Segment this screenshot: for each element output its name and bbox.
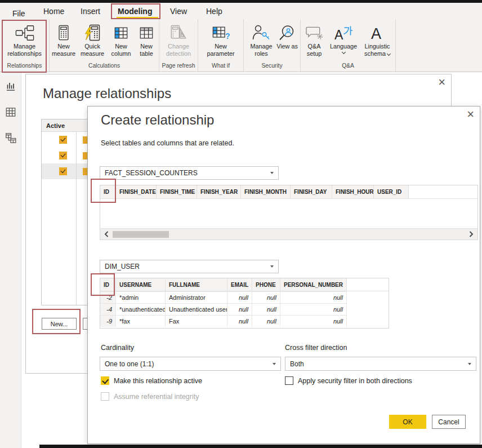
ribbon: Manage relationships Relationships New m… bbox=[0, 19, 482, 72]
menu-tab-insert[interactable]: Insert bbox=[81, 7, 100, 16]
svg-text:A: A bbox=[371, 25, 381, 41]
table-cell: null bbox=[252, 315, 280, 327]
column-divider bbox=[76, 132, 77, 305]
active-checkbox[interactable] bbox=[59, 167, 67, 175]
checkbox-unchecked-icon[interactable] bbox=[285, 376, 293, 385]
svg-text:A: A bbox=[334, 28, 343, 41]
create-relationship-dialog: Create relationship × Select tables and … bbox=[87, 106, 480, 444]
table1-empty-body bbox=[100, 199, 477, 228]
table2-preview: ID USERNAME FULLNAME EMAIL PHONE PERSONA… bbox=[100, 278, 389, 329]
table2-select[interactable]: DIM_USER bbox=[100, 260, 279, 273]
dropdown-caret-icon bbox=[468, 363, 471, 365]
column-header[interactable]: FINISH_HOUR bbox=[332, 185, 374, 199]
language-button[interactable]: A Language bbox=[327, 22, 360, 54]
close-icon[interactable]: × bbox=[438, 76, 445, 89]
change-detection-button: Change detection bbox=[160, 22, 197, 57]
view-as-button[interactable]: View as bbox=[276, 22, 298, 50]
row-filler bbox=[347, 315, 389, 327]
manage-roles-button[interactable]: Manage roles bbox=[246, 22, 276, 57]
new-column-icon bbox=[113, 23, 129, 43]
table1-select[interactable]: FACT_SESSION_COUNTERS bbox=[100, 166, 279, 180]
quick-measure-icon bbox=[84, 23, 101, 43]
ok-button[interactable]: OK bbox=[389, 415, 426, 429]
ribbon-group-label: What if bbox=[198, 62, 243, 72]
menu-bar: File Home Insert Modeling View Help bbox=[0, 3, 482, 19]
cross-filter-label: Cross filter direction bbox=[285, 344, 347, 352]
column-header[interactable]: FINISH_DAY bbox=[291, 185, 332, 199]
ribbon-button-label: New column bbox=[108, 43, 135, 57]
ribbon-button-label: Q&A setup bbox=[301, 43, 327, 57]
checkbox-label: Assume referential integrity bbox=[114, 393, 199, 401]
ribbon-group-what-if: ? New parameter What if bbox=[198, 19, 244, 72]
active-checkbox[interactable] bbox=[59, 152, 67, 159]
column-header[interactable]: USER_ID bbox=[374, 185, 409, 199]
linguistic-schema-button[interactable]: A Linguistic schema bbox=[360, 22, 395, 57]
ribbon-group-security: Manage roles View as Security bbox=[244, 19, 301, 72]
scroll-left-icon[interactable] bbox=[102, 230, 110, 239]
column-header[interactable]: FINISH_YEAR bbox=[197, 185, 241, 199]
ribbon-group-label: Q&A bbox=[301, 62, 395, 72]
table1-header-row: ID FINISH_DATE FINISH_TIME FINISH_YEAR F… bbox=[100, 185, 477, 199]
new-parameter-button[interactable]: ? New parameter bbox=[202, 22, 240, 57]
table-cell: null bbox=[280, 315, 347, 327]
cross-filter-select[interactable]: Both bbox=[285, 357, 476, 371]
column-header[interactable]: PERSONAL_NUMBER bbox=[280, 278, 347, 291]
table-cell: Fax bbox=[166, 315, 227, 327]
column-header[interactable]: FINISH_DATE bbox=[116, 185, 157, 199]
scroll-right-icon[interactable] bbox=[467, 230, 475, 239]
manage-relationships-button[interactable]: Manage relationships bbox=[2, 22, 47, 57]
window-bottom-strip bbox=[39, 445, 482, 448]
chevron-down-icon bbox=[341, 50, 345, 54]
checkbox-checked-icon[interactable] bbox=[101, 376, 109, 385]
dropdown-caret-icon bbox=[270, 265, 274, 268]
ribbon-button-label: Quick measure bbox=[77, 43, 108, 57]
column-header[interactable]: USERNAME bbox=[116, 278, 166, 291]
table2-header-row: ID USERNAME FULLNAME EMAIL PHONE PERSONA… bbox=[100, 278, 389, 291]
column-header[interactable]: EMAIL bbox=[227, 278, 252, 291]
ribbon-group-label: Security bbox=[244, 62, 300, 72]
scrollbar-thumb[interactable] bbox=[113, 231, 169, 238]
table-cell: null bbox=[252, 303, 280, 315]
header-filler bbox=[347, 278, 389, 291]
column-header[interactable]: ID bbox=[100, 278, 116, 291]
table-cell: null bbox=[227, 303, 252, 315]
column-header[interactable]: FINISH_TIME bbox=[157, 185, 197, 199]
horizontal-scrollbar[interactable] bbox=[100, 228, 477, 239]
ribbon-group-page-refresh: Change detection Page refresh bbox=[159, 19, 198, 72]
close-icon[interactable]: × bbox=[467, 108, 474, 121]
menu-tab-modeling[interactable]: Modeling bbox=[118, 7, 152, 16]
column-header[interactable]: ID bbox=[100, 185, 116, 199]
quick-measure-button[interactable]: Quick measure bbox=[77, 22, 108, 57]
row-filler bbox=[347, 303, 389, 315]
security-filter-checkbox-row[interactable]: Apply security filter in both directions bbox=[285, 376, 412, 385]
table2-select-value: DIM_USER bbox=[105, 263, 140, 270]
language-icon: A bbox=[334, 23, 353, 43]
model-view-icon[interactable] bbox=[5, 132, 17, 147]
new-column-button[interactable]: New column bbox=[108, 22, 135, 57]
active-checkbox[interactable] bbox=[59, 136, 67, 144]
dialog-title: Manage relationships bbox=[43, 86, 171, 101]
new-table-button[interactable]: New table bbox=[135, 22, 158, 57]
column-header[interactable]: PHONE bbox=[252, 278, 280, 291]
table-cell: null bbox=[280, 291, 347, 303]
report-view-icon[interactable] bbox=[5, 80, 17, 95]
make-active-checkbox-row[interactable]: Make this relationship active bbox=[101, 376, 202, 385]
column-header[interactable]: FINISH_MONTH bbox=[241, 185, 291, 199]
menu-tab-file[interactable]: File bbox=[12, 9, 25, 18]
new-measure-button[interactable]: New measure bbox=[50, 22, 77, 57]
checkbox-label: Apply security filter in both directions bbox=[298, 377, 412, 385]
ribbon-group-label: Calculations bbox=[50, 62, 159, 72]
menu-tab-home[interactable]: Home bbox=[43, 7, 64, 16]
row-filler bbox=[347, 291, 389, 303]
new-relationship-button[interactable]: New... bbox=[42, 318, 77, 330]
column-header[interactable]: FULLNAME bbox=[166, 278, 227, 291]
table-cell: Unauthenticated user bbox=[166, 303, 227, 315]
data-view-icon[interactable] bbox=[5, 106, 17, 121]
table-cell: *fax bbox=[116, 315, 166, 327]
menu-tab-view[interactable]: View bbox=[170, 7, 187, 16]
qa-setup-button[interactable]: Q&A setup bbox=[301, 22, 327, 57]
menu-tab-help[interactable]: Help bbox=[206, 7, 222, 16]
cancel-button[interactable]: Cancel bbox=[432, 415, 466, 429]
cardinality-select[interactable]: One to one (1:1) bbox=[100, 357, 281, 371]
dialog-subtitle: Select tables and columns that are relat… bbox=[101, 139, 234, 147]
